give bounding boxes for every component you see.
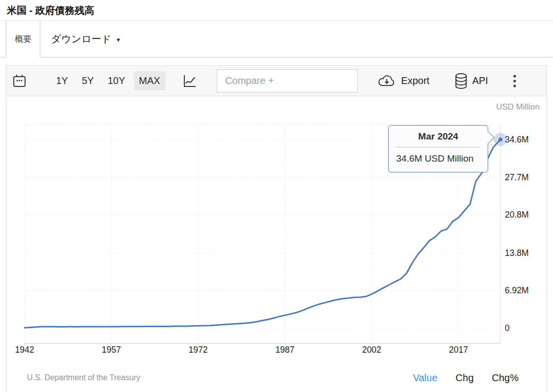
export-button[interactable]: Export xyxy=(377,74,430,88)
tab-download[interactable]: ダウンロード ▼ xyxy=(47,21,125,57)
range-button-max[interactable]: MAX xyxy=(134,71,166,90)
x-axis-tick-label: 1987 xyxy=(264,345,306,355)
range-button-10y[interactable]: 10Y xyxy=(102,71,131,90)
tooltip-title: Mar 2024 xyxy=(389,131,488,142)
chart-footer: U.S. Department of the Treasury Value Ch… xyxy=(6,364,547,392)
chart-toolbar: 1Y 5Y 10Y MAX Export xyxy=(6,65,547,96)
export-label: Export xyxy=(401,75,430,86)
x-axis-tick-label: 1972 xyxy=(177,345,219,355)
calendar-icon xyxy=(13,74,26,88)
y-axis-tick-label: 0 xyxy=(505,322,510,334)
x-axis-tick-label: 2002 xyxy=(351,345,392,355)
y-axis-tick-label: 6.92M xyxy=(505,284,529,296)
page-header: 米国 - 政府債務残高 xyxy=(0,0,553,21)
compare-wrap xyxy=(217,69,358,92)
tab-overview[interactable]: 概要 xyxy=(6,21,40,57)
kebab-menu-icon xyxy=(513,73,517,89)
footer-links: Value Chg Chg% xyxy=(413,372,519,384)
tab-bar: 概要 ダウンロード ▼ xyxy=(0,21,553,57)
y-axis-tick-label: 13.8M xyxy=(505,247,529,259)
footer-link-value[interactable]: Value xyxy=(413,372,437,384)
tooltip-divider xyxy=(396,147,480,147)
more-options-button[interactable] xyxy=(513,73,517,89)
line-chart-icon xyxy=(181,73,197,89)
app-root: 米国 - 政府債務残高 概要 ダウンロード ▼ xyxy=(0,0,553,392)
range-buttons: 1Y 5Y 10Y MAX xyxy=(51,71,166,90)
range-button-1y[interactable]: 1Y xyxy=(51,71,73,90)
chart-type-button[interactable] xyxy=(181,73,197,89)
chevron-down-icon: ▼ xyxy=(116,35,121,43)
database-icon xyxy=(454,73,468,89)
source-label: U.S. Department of the Treasury xyxy=(27,373,140,382)
api-label: API xyxy=(472,75,488,86)
tab-download-label: ダウンロード xyxy=(51,32,111,46)
range-button-5y[interactable]: 5Y xyxy=(76,71,99,90)
chart-panel: 1Y 5Y 10Y MAX Export xyxy=(6,65,547,392)
y-axis-tick-label: 27.7M xyxy=(505,171,529,183)
y-axis-tick-label: 34.6M xyxy=(505,134,529,145)
tooltip-value: 34.6M USD Million xyxy=(396,153,488,164)
footer-link-chgpct[interactable]: Chg% xyxy=(492,372,519,384)
y-axis-tick-label: 20.8M xyxy=(505,209,529,221)
api-button[interactable]: API xyxy=(454,73,488,89)
x-axis-tick-label: 1957 xyxy=(91,345,132,355)
chart-plot-area[interactable]: USD Million 34.6M27.7M20.8M13.8M6.92M019… xyxy=(6,96,547,364)
tab-overview-label: 概要 xyxy=(15,33,31,45)
page-title: 米国 - 政府債務残高 xyxy=(0,0,553,17)
cloud-download-icon xyxy=(377,74,397,88)
footer-link-chg[interactable]: Chg xyxy=(456,372,474,384)
compare-input[interactable] xyxy=(217,69,358,92)
calendar-button[interactable] xyxy=(13,74,26,88)
chart-tooltip: Mar 2024 34.6M USD Million xyxy=(388,125,488,172)
x-axis-tick-label: 1942 xyxy=(4,345,45,355)
x-axis-tick-label: 2017 xyxy=(438,345,479,355)
